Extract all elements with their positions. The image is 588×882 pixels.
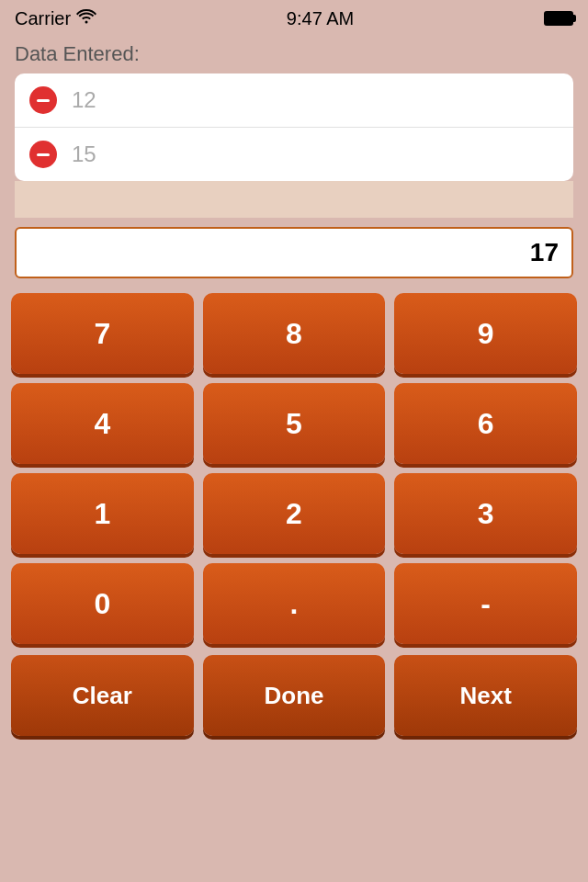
battery-icon [544,11,573,26]
keypad: 7 8 9 4 5 6 1 2 3 0 . - [0,288,588,650]
data-entered-label: Data Entered: [0,37,588,74]
current-input-wrapper: 17 [15,227,573,278]
list-item: 15 [15,128,573,181]
data-item-value-2: 15 [72,141,96,167]
key-0-button[interactable]: 0 [11,563,194,644]
list-item: 12 [15,74,573,128]
key-minus-button[interactable]: - [394,563,577,644]
key-7-button[interactable]: 7 [11,293,194,374]
key-9-button[interactable]: 9 [394,293,577,374]
current-input-display[interactable]: 17 [15,227,573,278]
key-2-button[interactable]: 2 [203,473,386,554]
data-item-value-1: 12 [72,87,96,113]
key-4-button[interactable]: 4 [11,383,194,464]
clear-button[interactable]: Clear [11,655,194,736]
key-decimal-button[interactable]: . [203,563,386,644]
key-3-button[interactable]: 3 [394,473,577,554]
remove-item-2-button[interactable] [29,141,57,168]
carrier-label: Carrier [15,8,71,29]
add-row-area [15,181,573,218]
data-list: 12 15 [15,74,573,181]
remove-item-1-button[interactable] [29,86,57,114]
carrier-info: Carrier [15,8,96,29]
key-5-button[interactable]: 5 [203,383,386,464]
key-8-button[interactable]: 8 [203,293,386,374]
key-1-button[interactable]: 1 [11,473,194,554]
status-time: 9:47 AM [287,8,354,29]
done-button[interactable]: Done [203,655,386,736]
action-row: Clear Done Next [0,650,588,745]
status-bar: Carrier 9:47 AM [0,0,588,37]
next-button[interactable]: Next [394,655,577,736]
wifi-icon [76,9,96,28]
key-6-button[interactable]: 6 [394,383,577,464]
